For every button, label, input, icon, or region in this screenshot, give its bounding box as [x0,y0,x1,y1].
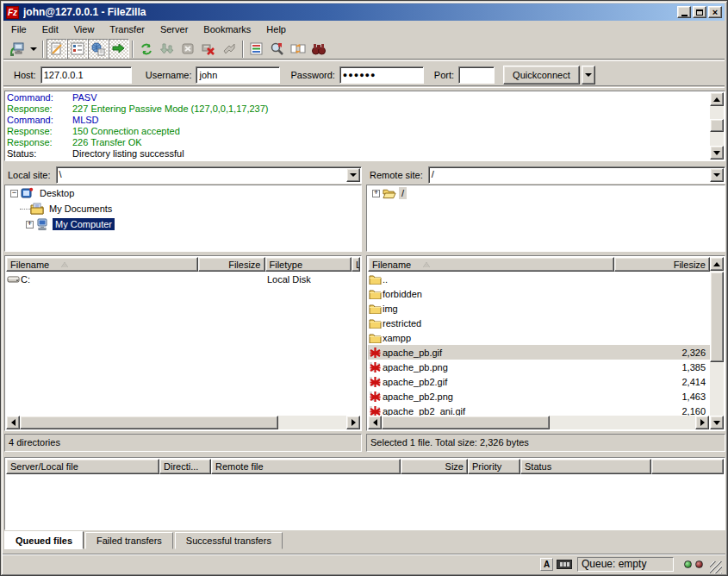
column-header-size[interactable]: Size [401,459,468,474]
scrollbar-thumb[interactable] [710,272,724,362]
speed-limits-indicator-icon[interactable] [557,560,572,569]
scroll-up-button[interactable] [710,257,724,271]
file-row[interactable]: apache_pb2.gif 2,414 [368,374,711,389]
menu-server[interactable]: Server [152,22,196,36]
tree-item-root[interactable]: + / [367,185,725,201]
local-site-combo[interactable]: \ [56,166,362,184]
log-entry: Response:226 Transfer OK [7,137,723,148]
file-row[interactable]: xampp [368,330,711,345]
minimize-button[interactable] [677,6,691,18]
quickconnect-button[interactable]: Quickconnect [503,66,580,85]
toggle-remote-tree-button[interactable] [88,39,109,59]
synchronized-browsing-button[interactable] [288,39,308,59]
file-row[interactable]: forbidden [368,286,711,301]
column-header-remote-file[interactable]: Remote file [211,459,401,474]
column-header-filesize[interactable]: Filesize [614,257,710,272]
transfer-type-indicator-icon[interactable]: A [540,558,553,571]
toggle-message-log-button[interactable] [47,39,67,59]
maximize-button[interactable] [693,6,706,18]
scrollbar-thumb[interactable] [20,416,278,429]
remote-list-vscrollbar[interactable] [710,257,724,429]
tab-queued-files[interactable]: Queued files [4,531,84,549]
column-label: Filename [372,260,411,270]
menu-help[interactable]: Help [258,22,294,36]
password-input[interactable] [339,66,424,84]
disconnect-button[interactable] [198,39,219,59]
scroll-left-button[interactable] [368,416,382,429]
filter-button[interactable] [246,39,267,59]
column-header-filename[interactable]: Filename [6,257,198,272]
column-header-status[interactable]: Status [520,459,651,474]
log-scrollbar[interactable] [710,92,724,160]
file-row[interactable]: .. [368,272,711,286]
tab-failed-transfers[interactable]: Failed transfers [85,532,173,549]
quickconnect-dropdown-button[interactable] [582,66,595,85]
cancel-operation-button[interactable] [177,39,198,59]
scroll-left-button[interactable] [6,416,20,429]
column-header-direction[interactable]: Directi... [159,459,211,474]
scroll-right-button[interactable] [695,416,709,429]
close-button[interactable]: × [708,6,722,18]
menu-file[interactable]: File [3,22,34,36]
combo-dropdown-button[interactable] [710,168,724,182]
arrow-up-icon [713,97,720,102]
reconnect-button[interactable] [219,39,240,59]
file-row[interactable]: apache_pb2.png 1,463 [368,389,711,404]
host-input[interactable] [40,66,132,84]
column-header-filename[interactable]: Filename [368,257,614,272]
log-entry-type: Response: [7,137,72,148]
site-manager-dropdown-button[interactable] [28,39,40,59]
expand-icon[interactable]: + [372,190,380,197]
port-input[interactable] [458,66,495,84]
drive-icon [6,274,21,285]
remote-list-hscrollbar[interactable] [368,416,709,429]
menu-view[interactable]: View [66,22,103,36]
collapse-icon[interactable]: − [10,190,18,197]
file-row[interactable]: apache_pb2_ani.gif 2,160 [368,404,711,416]
scroll-down-button[interactable] [710,146,724,160]
column-header-server-local-file[interactable]: Server/Local file [6,459,159,474]
tree-item-desktop[interactable]: − Desktop [5,185,361,201]
file-row[interactable]: restricted [368,316,711,330]
remote-site-combo[interactable]: / [428,166,725,184]
file-row[interactable]: img [368,301,711,316]
site-manager-button[interactable] [7,39,28,59]
scroll-right-button[interactable] [346,416,360,429]
toggle-transfer-queue-button[interactable] [109,39,129,59]
tree-item-my-computer[interactable]: + My Computer [5,216,361,232]
file-row[interactable]: apache_pb.png 1,385 [368,360,711,374]
menu-transfer[interactable]: Transfer [102,22,152,36]
column-header-filesize[interactable]: Filesize [198,257,265,272]
directory-comparison-button[interactable] [308,39,329,59]
scroll-down-button[interactable] [710,416,724,429]
local-list-hscrollbar[interactable] [6,416,360,429]
tree-item-my-documents[interactable]: My Documents [5,201,361,216]
scrollbar-thumb[interactable] [382,416,550,429]
window-title: john@127.0.0.1 - FileZilla [23,6,675,18]
username-label: Username: [146,70,192,80]
tree-connector [20,209,30,210]
file-search-button[interactable] [267,39,288,59]
tab-successful-transfers[interactable]: Successful transfers [175,532,283,549]
column-header-lastmodified[interactable]: L [352,257,360,272]
column-header-filetype[interactable]: Filetype [265,257,352,272]
port-label: Port: [434,70,454,80]
column-label: Directi... [164,461,198,472]
column-header-priority[interactable]: Priority [468,459,520,474]
refresh-button[interactable] [136,39,157,59]
menu-edit[interactable]: Edit [34,22,66,36]
reconnect-icon [221,41,237,57]
toggle-local-tree-button[interactable] [67,39,88,59]
scroll-up-button[interactable] [710,92,724,106]
tree-item-label: Desktop [37,187,77,199]
expand-icon[interactable]: + [26,221,34,229]
process-queue-button[interactable] [157,39,177,59]
scrollbar-thumb[interactable] [710,119,724,132]
file-row-selected[interactable]: apache_pb.gif 2,326 [368,345,711,360]
arrow-right-icon [700,419,705,426]
menu-bookmarks[interactable]: Bookmarks [196,22,258,36]
resize-grip[interactable] [710,561,722,573]
combo-dropdown-button[interactable] [346,168,360,182]
file-row-local-drive[interactable]: C: Local Disk [6,272,362,286]
username-input[interactable] [196,66,280,84]
